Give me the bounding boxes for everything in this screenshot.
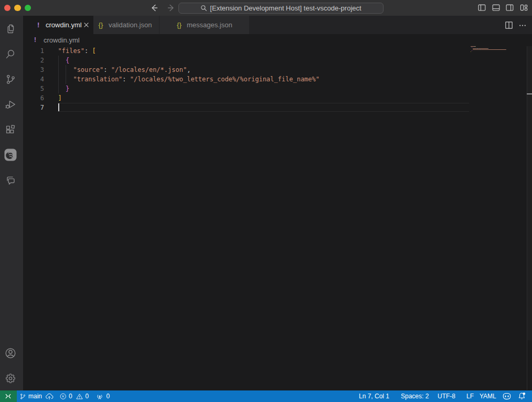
code-editor[interactable]: 1234567 "files": [ { "source": "/locales… xyxy=(23,46,532,390)
minimap-line xyxy=(481,49,506,50)
customize-layout-icon[interactable] xyxy=(520,4,528,12)
notifications-bell-icon[interactable] xyxy=(518,392,526,400)
status-bar: main 0 0 xyxy=(0,390,532,402)
publish-changes-icon[interactable] xyxy=(45,393,54,400)
settings-gear-icon[interactable] xyxy=(4,372,17,385)
toggle-secondary-sidebar-icon[interactable] xyxy=(506,4,514,12)
line-number: 2 xyxy=(29,56,44,65)
minimap-line xyxy=(471,46,474,47)
crowdin-extension-icon[interactable] xyxy=(4,149,17,161)
tab-label: messages.json xyxy=(187,16,232,34)
search-view-icon[interactable] xyxy=(4,48,17,60)
cursor-position-status-item[interactable]: Ln 7, Col 1 xyxy=(359,390,389,402)
warning-count: 0 xyxy=(86,390,89,402)
go-forward-icon[interactable] xyxy=(166,3,175,13)
line-number: 6 xyxy=(29,93,44,103)
branch-name: main xyxy=(28,390,42,402)
line-number: 5 xyxy=(29,84,44,93)
tab-validation-json[interactable]: {} validation.json xyxy=(93,16,160,34)
code-line[interactable]: { xyxy=(58,56,70,65)
code-line[interactable]: } xyxy=(58,84,70,93)
code-line[interactable]: "source": "/locales/en/*.json", xyxy=(58,65,191,75)
macos-zoom-button[interactable] xyxy=(25,5,31,12)
warnings-icon xyxy=(76,393,83,400)
tab-label: validation.json xyxy=(109,16,152,34)
activity-bar xyxy=(0,16,23,390)
breadcrumb-filename[interactable]: crowdin.yml xyxy=(44,34,80,46)
editor-tab-bar: ! crowdin.yml {} validation.json {} mess… xyxy=(23,16,532,34)
close-tab-icon[interactable] xyxy=(82,20,91,29)
yaml-file-icon: ! xyxy=(34,34,36,46)
editor-scrollbar[interactable] xyxy=(527,46,532,340)
minimap-line xyxy=(472,50,472,51)
json-file-icon: {} xyxy=(177,16,182,34)
minimap-line xyxy=(471,51,471,52)
text-cursor xyxy=(58,103,59,112)
breadcrumbs[interactable]: ! crowdin.yml xyxy=(23,34,532,46)
command-center-search[interactable]: [Extension Development Host] test-vscode… xyxy=(178,3,384,14)
line-number: 7 xyxy=(29,103,44,112)
copilot-icon[interactable] xyxy=(502,392,512,400)
line-number: 4 xyxy=(29,75,44,84)
macos-minimize-button[interactable] xyxy=(14,5,21,12)
minimap-line xyxy=(472,47,472,48)
ports-count: 0 xyxy=(107,390,110,402)
macos-close-button[interactable] xyxy=(4,5,11,12)
indentation-status-item[interactable]: Spaces: 2 xyxy=(401,390,429,402)
source-control-view-icon[interactable] xyxy=(4,73,17,86)
yaml-file-icon: ! xyxy=(37,16,39,34)
tab-label: crowdin.yml xyxy=(46,16,82,34)
minimap-line xyxy=(473,49,480,50)
remote-icon xyxy=(4,393,12,400)
git-branch-icon xyxy=(19,393,26,400)
search-icon xyxy=(200,5,207,12)
json-file-icon: {} xyxy=(99,16,103,34)
title-bar: [Extension Development Host] test-vscode… xyxy=(0,0,532,16)
run-and-debug-view-icon[interactable] xyxy=(4,98,17,111)
eol-status-item[interactable]: LF xyxy=(466,390,474,402)
accounts-icon[interactable] xyxy=(4,347,17,359)
more-actions-icon[interactable] xyxy=(518,21,527,29)
explorer-icon[interactable] xyxy=(4,23,17,35)
go-back-icon[interactable] xyxy=(150,3,159,13)
window-title: [Extension Development Host] test-vscode… xyxy=(210,4,361,12)
errors-icon xyxy=(60,393,67,400)
overview-ruler-cursor-mark xyxy=(527,93,532,94)
encoding-status-item[interactable]: UTF-8 xyxy=(438,390,455,402)
line-number: 1 xyxy=(29,46,44,56)
split-editor-icon[interactable] xyxy=(505,21,513,29)
tab-crowdin-yml[interactable]: ! crowdin.yml xyxy=(23,16,93,34)
code-line[interactable]: "files": [ xyxy=(58,46,96,56)
vscode-window: [Extension Development Host] test-vscode… xyxy=(0,0,532,402)
error-count: 0 xyxy=(69,390,72,402)
remote-indicator[interactable] xyxy=(0,390,17,402)
language-mode-status-item[interactable]: YAML xyxy=(480,390,496,402)
toggle-primary-sidebar-icon[interactable] xyxy=(478,4,486,12)
code-line[interactable]: ] xyxy=(58,93,62,103)
comments-view-icon[interactable] xyxy=(4,174,17,186)
current-line-highlight xyxy=(58,103,469,112)
broadcast-icon xyxy=(96,393,103,400)
minimap-line xyxy=(475,46,476,47)
extensions-view-icon[interactable] xyxy=(4,123,17,136)
toggle-panel-icon[interactable] xyxy=(492,4,500,12)
tab-messages-json[interactable]: {} messages.json xyxy=(159,16,250,34)
notification-dot xyxy=(523,393,526,395)
line-number: 3 xyxy=(29,65,44,75)
code-line[interactable]: "translation": "/locales/%two_letters_co… xyxy=(58,75,320,84)
